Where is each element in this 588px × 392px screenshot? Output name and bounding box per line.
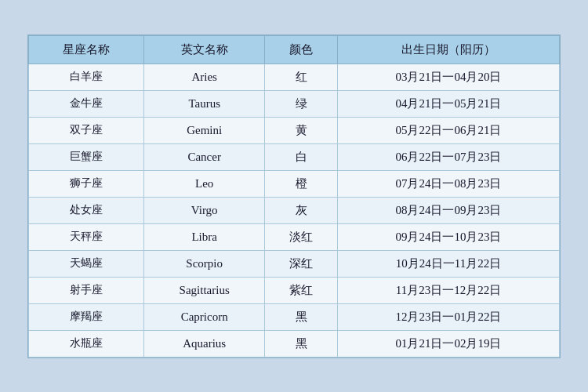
cell-english: Scorpio (143, 250, 265, 277)
cell-chinese: 白羊座 (29, 64, 144, 90)
cell-dates: 01月21日一02月19日 (337, 330, 559, 357)
cell-color: 紫红 (265, 277, 338, 303)
cell-dates: 10月24日一11月22日 (337, 250, 559, 277)
table-row: 天蝎座Scorpio深红10月24日一11月22日 (29, 250, 560, 277)
cell-english: Aquarius (143, 330, 265, 357)
cell-dates: 06月22日一07月23日 (337, 143, 559, 170)
zodiac-table-container: 星座名称 英文名称 颜色 出生日期（阳历） 白羊座Aries红03月21日一04… (27, 34, 561, 358)
cell-chinese: 狮子座 (29, 170, 144, 197)
cell-chinese: 金牛座 (29, 90, 144, 117)
table-header-row: 星座名称 英文名称 颜色 出生日期（阳历） (29, 35, 560, 64)
cell-english: Libra (143, 223, 265, 250)
table-row: 水瓶座Aquarius黑01月21日一02月19日 (29, 330, 560, 357)
table-row: 金牛座Taurus绿04月21日一05月21日 (29, 90, 560, 117)
col-header-color: 颜色 (265, 35, 338, 64)
table-row: 射手座Sagittarius紫红11月23日一12月22日 (29, 277, 560, 303)
cell-chinese: 处女座 (29, 197, 144, 223)
cell-color: 黄 (265, 117, 338, 143)
cell-chinese: 天秤座 (29, 223, 144, 250)
col-header-chinese: 星座名称 (29, 35, 144, 64)
cell-dates: 11月23日一12月22日 (337, 277, 559, 303)
table-row: 双子座Gemini黄05月22日一06月21日 (29, 117, 560, 143)
cell-english: Gemini (143, 117, 265, 143)
cell-english: Cancer (143, 143, 265, 170)
cell-english: Leo (143, 170, 265, 197)
cell-english: Virgo (143, 197, 265, 223)
cell-english: Aries (143, 64, 265, 90)
cell-english: Taurus (143, 90, 265, 117)
cell-dates: 04月21日一05月21日 (337, 90, 559, 117)
cell-color: 深红 (265, 250, 338, 277)
cell-color: 黑 (265, 303, 338, 330)
cell-color: 红 (265, 64, 338, 90)
cell-dates: 03月21日一04月20日 (337, 64, 559, 90)
cell-chinese: 摩羯座 (29, 303, 144, 330)
table-row: 摩羯座Capricorn黑12月23日一01月22日 (29, 303, 560, 330)
cell-chinese: 巨蟹座 (29, 143, 144, 170)
col-header-english: 英文名称 (143, 35, 265, 64)
table-row: 处女座Virgo灰08月24日一09月23日 (29, 197, 560, 223)
cell-dates: 12月23日一01月22日 (337, 303, 559, 330)
cell-dates: 07月24日一08月23日 (337, 170, 559, 197)
cell-english: Sagittarius (143, 277, 265, 303)
table-row: 天秤座Libra淡红09月24日一10月23日 (29, 223, 560, 250)
cell-chinese: 水瓶座 (29, 330, 144, 357)
cell-color: 淡红 (265, 223, 338, 250)
cell-color: 灰 (265, 197, 338, 223)
cell-chinese: 双子座 (29, 117, 144, 143)
cell-chinese: 天蝎座 (29, 250, 144, 277)
table-row: 狮子座Leo橙07月24日一08月23日 (29, 170, 560, 197)
cell-english: Capricorn (143, 303, 265, 330)
table-row: 巨蟹座Cancer白06月22日一07月23日 (29, 143, 560, 170)
cell-color: 橙 (265, 170, 338, 197)
cell-dates: 05月22日一06月21日 (337, 117, 559, 143)
cell-chinese: 射手座 (29, 277, 144, 303)
table-row: 白羊座Aries红03月21日一04月20日 (29, 64, 560, 90)
col-header-dates: 出生日期（阳历） (337, 35, 559, 64)
cell-color: 白 (265, 143, 338, 170)
cell-dates: 08月24日一09月23日 (337, 197, 559, 223)
zodiac-table: 星座名称 英文名称 颜色 出生日期（阳历） 白羊座Aries红03月21日一04… (28, 35, 560, 358)
cell-color: 黑 (265, 330, 338, 357)
cell-dates: 09月24日一10月23日 (337, 223, 559, 250)
cell-color: 绿 (265, 90, 338, 117)
